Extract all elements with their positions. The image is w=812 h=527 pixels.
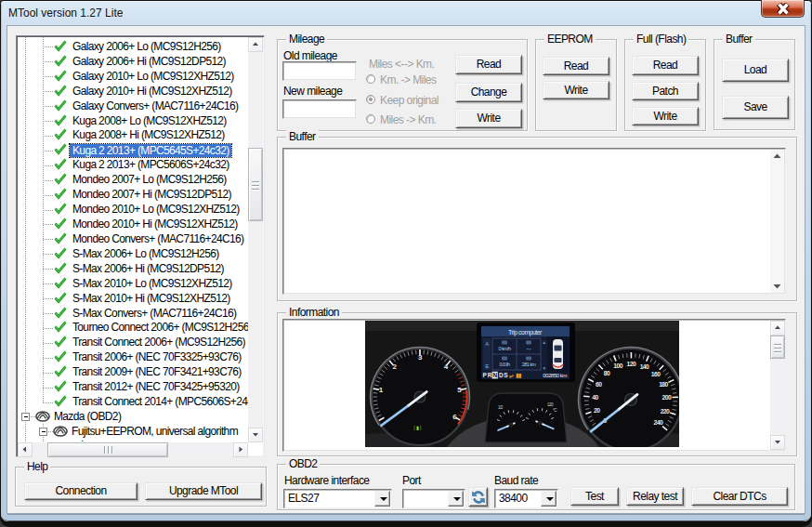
svg-text:002850 km: 002850 km <box>543 372 567 378</box>
svg-text:200: 200 <box>662 394 672 401</box>
svg-text:160: 160 <box>651 371 661 377</box>
svg-text:240: 240 <box>654 419 663 426</box>
svg-text:140: 140 <box>640 363 649 370</box>
svg-text:❲▮❳: ❲▮❳ <box>413 425 423 431</box>
svg-text:▲: ▲ <box>542 339 545 345</box>
svg-text:20: 20 <box>594 407 600 414</box>
svg-text:0.0 l/h: 0.0 l/h <box>499 362 510 367</box>
svg-text:--.-: --.- <box>527 346 532 351</box>
svg-text:Trip computer: Trip computer <box>508 329 543 336</box>
svg-text:40: 40 <box>592 394 598 401</box>
svg-text:120: 120 <box>627 361 636 367</box>
svg-text:⥂: ⥂ <box>509 373 514 379</box>
svg-text:0 km/h: 0 km/h <box>498 346 511 351</box>
svg-text:E: E <box>485 363 489 369</box>
svg-text:▼: ▼ <box>542 365 545 371</box>
svg-text:281 km: 281 km <box>522 362 537 367</box>
svg-text:60: 60 <box>596 381 602 388</box>
svg-text:220: 220 <box>661 408 670 415</box>
svg-text:100: 100 <box>613 362 622 369</box>
svg-text:80: 80 <box>604 370 610 376</box>
svg-text:A: A <box>485 341 489 347</box>
svg-text:180: 180 <box>659 381 668 388</box>
